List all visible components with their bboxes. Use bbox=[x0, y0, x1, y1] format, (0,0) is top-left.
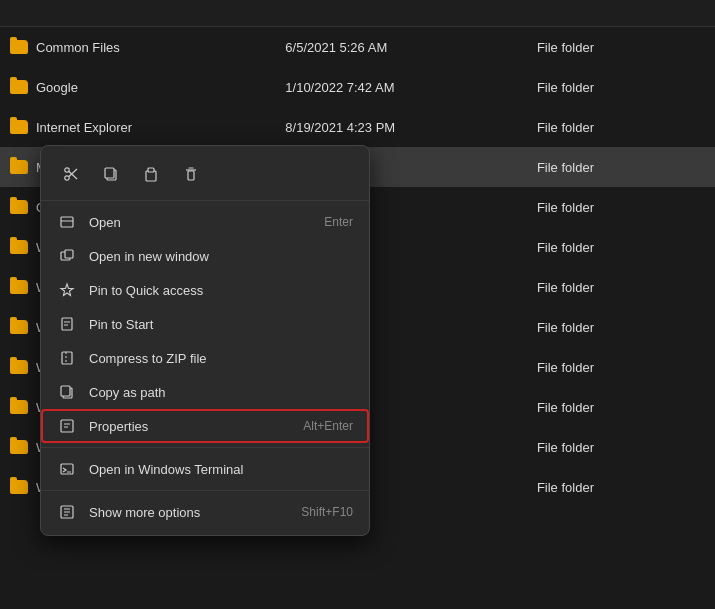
file-name: Internet Explorer bbox=[36, 120, 132, 135]
file-size bbox=[676, 67, 715, 107]
svg-rect-7 bbox=[148, 168, 154, 172]
svg-rect-19 bbox=[62, 352, 72, 364]
file-size bbox=[676, 27, 715, 68]
open-icon bbox=[57, 212, 77, 232]
folder-icon bbox=[10, 240, 28, 254]
delete-icon bbox=[183, 166, 199, 182]
file-name: Google bbox=[36, 80, 78, 95]
paste-button[interactable] bbox=[133, 158, 169, 190]
file-type: File folder bbox=[527, 307, 676, 347]
svg-marker-15 bbox=[61, 284, 73, 296]
file-type: File folder bbox=[527, 427, 676, 467]
file-size bbox=[676, 107, 715, 147]
copy-button[interactable] bbox=[93, 158, 129, 190]
file-type: File folder bbox=[527, 107, 676, 147]
file-type: File folder bbox=[527, 67, 676, 107]
file-size bbox=[676, 187, 715, 227]
file-date: 1/10/2022 7:42 AM bbox=[275, 67, 527, 107]
context-menu-items: OpenEnterOpen in new windowPin to Quick … bbox=[41, 205, 369, 529]
file-size bbox=[676, 347, 715, 387]
col-name[interactable] bbox=[0, 0, 275, 27]
context-menu-toolbar bbox=[41, 152, 369, 201]
folder-icon bbox=[10, 280, 28, 294]
show-more-label: Show more options bbox=[89, 505, 289, 520]
file-date: 8/19/2021 4:23 PM bbox=[275, 107, 527, 147]
svg-point-1 bbox=[65, 168, 69, 172]
file-size bbox=[676, 227, 715, 267]
file-type: File folder bbox=[527, 387, 676, 427]
open-shortcut: Enter bbox=[324, 215, 353, 229]
show-more-shortcut: Shift+F10 bbox=[301, 505, 353, 519]
file-size bbox=[676, 147, 715, 187]
context-menu: OpenEnterOpen in new windowPin to Quick … bbox=[40, 145, 370, 536]
paste-icon bbox=[143, 166, 159, 182]
folder-icon bbox=[10, 80, 28, 94]
menu-item-show-more[interactable]: Show more optionsShift+F10 bbox=[41, 495, 369, 529]
cut-icon bbox=[63, 166, 79, 182]
compress-zip-label: Compress to ZIP file bbox=[89, 351, 353, 366]
svg-rect-8 bbox=[188, 171, 194, 180]
menu-item-open[interactable]: OpenEnter bbox=[41, 205, 369, 239]
file-size bbox=[676, 467, 715, 507]
col-date[interactable] bbox=[275, 0, 527, 27]
folder-icon bbox=[10, 440, 28, 454]
file-date: 6/5/2021 5:26 AM bbox=[275, 27, 527, 68]
menu-item-properties[interactable]: PropertiesAlt+Enter bbox=[41, 409, 369, 443]
svg-rect-22 bbox=[61, 386, 70, 396]
copy-path-icon bbox=[57, 382, 77, 402]
file-name: Common Files bbox=[36, 40, 120, 55]
file-size bbox=[676, 387, 715, 427]
svg-rect-16 bbox=[62, 318, 72, 330]
folder-icon bbox=[10, 360, 28, 374]
folder-icon bbox=[10, 120, 28, 134]
properties-label: Properties bbox=[89, 419, 291, 434]
folder-icon bbox=[10, 400, 28, 414]
col-type[interactable] bbox=[527, 0, 676, 27]
pin-start-label: Pin to Start bbox=[89, 317, 353, 332]
properties-icon bbox=[57, 416, 77, 436]
copy-path-label: Copy as path bbox=[89, 385, 353, 400]
menu-item-copy-path[interactable]: Copy as path bbox=[41, 375, 369, 409]
file-type: File folder bbox=[527, 467, 676, 507]
pin-quick-access-icon bbox=[57, 280, 77, 300]
properties-shortcut: Alt+Enter bbox=[303, 419, 353, 433]
copy-icon bbox=[103, 166, 119, 182]
file-type: File folder bbox=[527, 347, 676, 387]
open-new-window-label: Open in new window bbox=[89, 249, 353, 264]
file-type: File folder bbox=[527, 187, 676, 227]
file-size bbox=[676, 307, 715, 347]
file-name-cell: Google bbox=[0, 67, 275, 107]
file-type: File folder bbox=[527, 267, 676, 307]
table-row[interactable]: Common Files6/5/2021 5:26 AMFile folder bbox=[0, 27, 715, 68]
compress-zip-icon bbox=[57, 348, 77, 368]
file-type: File folder bbox=[527, 227, 676, 267]
show-more-icon bbox=[57, 502, 77, 522]
open-terminal-label: Open in Windows Terminal bbox=[89, 462, 353, 477]
pin-start-icon bbox=[57, 314, 77, 334]
file-name-cell: Common Files bbox=[0, 27, 275, 67]
open-label: Open bbox=[89, 215, 312, 230]
open-new-window-icon bbox=[57, 246, 77, 266]
folder-icon bbox=[10, 480, 28, 494]
menu-item-pin-quick-access[interactable]: Pin to Quick access bbox=[41, 273, 369, 307]
folder-icon bbox=[10, 160, 28, 174]
svg-rect-5 bbox=[105, 168, 114, 178]
col-size[interactable] bbox=[676, 0, 715, 27]
menu-item-open-new-window[interactable]: Open in new window bbox=[41, 239, 369, 273]
cut-button[interactable] bbox=[53, 158, 89, 190]
menu-divider bbox=[41, 447, 369, 448]
menu-item-pin-start[interactable]: Pin to Start bbox=[41, 307, 369, 341]
delete-button[interactable] bbox=[173, 158, 209, 190]
folder-icon bbox=[10, 320, 28, 334]
file-size bbox=[676, 427, 715, 467]
file-size bbox=[676, 267, 715, 307]
menu-item-open-terminal[interactable]: Open in Windows Terminal bbox=[41, 452, 369, 486]
table-row[interactable]: Google1/10/2022 7:42 AMFile folder bbox=[0, 67, 715, 107]
svg-rect-23 bbox=[61, 420, 73, 432]
svg-point-0 bbox=[65, 176, 69, 180]
svg-rect-14 bbox=[65, 250, 73, 258]
menu-divider bbox=[41, 490, 369, 491]
menu-item-compress-zip[interactable]: Compress to ZIP file bbox=[41, 341, 369, 375]
table-row[interactable]: Internet Explorer8/19/2021 4:23 PMFile f… bbox=[0, 107, 715, 147]
open-terminal-icon bbox=[57, 459, 77, 479]
